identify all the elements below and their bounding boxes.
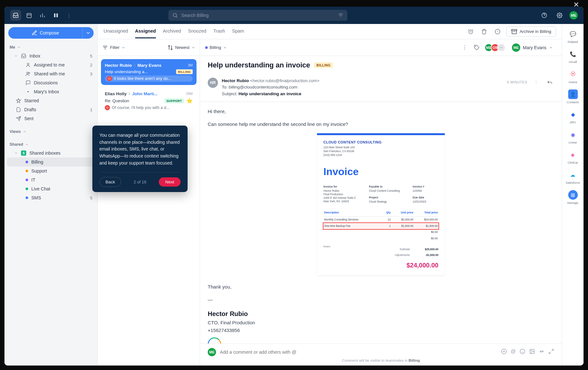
tab-trash[interactable]: Trash xyxy=(213,25,225,38)
svg-point-13 xyxy=(520,349,525,354)
user-avatar[interactable]: ME xyxy=(569,11,578,19)
svg-rect-2 xyxy=(57,13,58,17)
dot-icon xyxy=(26,179,28,181)
add-icon[interactable] xyxy=(501,349,507,356)
nav-overflow-icon[interactable]: ⋮ xyxy=(66,12,72,19)
section-me[interactable]: Me xyxy=(7,43,95,51)
sender-avatar: HR xyxy=(208,78,218,88)
search-filter-icon[interactable] xyxy=(338,12,344,19)
tab-archived[interactable]: Archived xyxy=(163,25,181,38)
comment-avatar: ME xyxy=(208,348,216,356)
sort-button[interactable]: Newest xyxy=(167,45,195,50)
emoji-icon[interactable] xyxy=(520,349,525,356)
sidebar-billing[interactable]: Billing xyxy=(7,158,95,166)
snooze-icon[interactable] xyxy=(466,27,475,36)
settings-icon[interactable] xyxy=(554,10,565,21)
message-title: Help understanding an invoice xyxy=(208,61,310,69)
sidebar-live-chat[interactable]: Live Chat xyxy=(7,184,95,193)
sidebar-starred[interactable]: Starred xyxy=(7,96,95,105)
preview-avatar: O xyxy=(107,76,112,81)
sidebar-inbox[interactable]: Inbox 5 xyxy=(7,51,95,60)
nav-calendar-icon[interactable] xyxy=(24,10,35,21)
expand-icon[interactable] xyxy=(548,349,554,356)
tour-back-button[interactable]: Back xyxy=(99,177,121,187)
sidebar-marys-inbox[interactable]: • Mary's Inbox xyxy=(7,87,95,96)
conversation-list: Hector Rubio › Mary Evans 3M Help unders… xyxy=(98,56,200,366)
inbox-icon xyxy=(21,53,26,58)
sidebar-sent[interactable]: Sent xyxy=(7,114,95,123)
tab-unassigned[interactable]: Unassigned xyxy=(104,25,128,38)
user-icon xyxy=(26,62,31,67)
sidebar-sms[interactable]: SMS 5 xyxy=(7,193,95,202)
arrow-icon: › xyxy=(128,91,130,96)
svg-point-5 xyxy=(559,15,561,16)
sidebar-shared-inboxes[interactable]: S Shared inboxes xyxy=(7,149,95,158)
section-shared[interactable]: Shared xyxy=(7,140,95,149)
nav-analytics-icon[interactable] xyxy=(37,10,48,21)
rail-asana[interactable]: ⦿Asana xyxy=(568,69,578,84)
rail-clickup[interactable]: ◈ClickUp xyxy=(568,150,578,164)
svg-point-11 xyxy=(476,46,476,47)
toolbar-strip: Filter Newest Billing xyxy=(98,39,562,56)
signature-logo xyxy=(208,337,221,343)
collapse-icon[interactable] xyxy=(539,349,545,356)
message-header: Help understanding an invoice BILLING xyxy=(200,56,562,73)
top-navbar: ⋮ ME xyxy=(4,7,584,24)
message-more-icon[interactable]: ⋮ xyxy=(532,78,541,87)
tour-progress: 2 of 16 xyxy=(121,179,159,185)
sidebar-support[interactable]: Support xyxy=(7,166,95,175)
dot-icon xyxy=(26,197,28,199)
conversation-item[interactable]: Hector Rubio › Mary Evans 3M Help unders… xyxy=(101,59,197,85)
rail-manage[interactable]: ⊞Manage xyxy=(567,190,578,204)
mention-icon[interactable]: @ xyxy=(511,349,516,356)
sidebar-shared-with-me[interactable]: Shared with me 3 xyxy=(7,69,95,78)
channel-selector[interactable]: Billing xyxy=(205,45,227,50)
more-icon[interactable]: ⋮ xyxy=(460,43,469,52)
search-input[interactable] xyxy=(168,10,347,21)
help-icon[interactable] xyxy=(539,10,550,21)
trash-icon[interactable] xyxy=(480,27,489,36)
left-sidebar: Compose Me Inbox 5 Assigned to me xyxy=(4,24,98,366)
participant-stack[interactable]: ME OS xyxy=(484,43,506,52)
channel-dot-icon xyxy=(205,46,208,49)
compose-dropdown[interactable] xyxy=(82,27,94,39)
tag-badge: BILLING xyxy=(314,62,333,68)
tab-spam[interactable]: Spam xyxy=(232,25,244,38)
conversation-item[interactable]: Elias Holly › John Marti... 28M Re: Ques… xyxy=(101,88,197,113)
tab-assigned[interactable]: Assigned xyxy=(135,25,156,38)
tag-icon[interactable] xyxy=(472,43,481,52)
svg-point-6 xyxy=(27,63,29,65)
section-views[interactable]: Views xyxy=(7,127,95,136)
assignee-selector[interactable]: ME Mary Evans xyxy=(509,42,556,53)
comment-input[interactable] xyxy=(220,347,497,357)
compose-button[interactable]: Compose xyxy=(8,27,82,39)
filter-button[interactable]: Filter xyxy=(102,45,125,50)
tab-snoozed[interactable]: Snoozed xyxy=(188,25,206,38)
star-icon: ⭐ xyxy=(186,98,193,104)
sidebar-discussions[interactable]: Discussions xyxy=(7,78,95,87)
rail-linear[interactable]: ◉Linear xyxy=(568,130,578,144)
dot-icon xyxy=(26,170,28,172)
search-icon xyxy=(172,12,178,19)
dot-icon xyxy=(26,188,28,190)
rail-contacts[interactable]: 👤Contacts xyxy=(567,89,579,104)
rail-jira[interactable]: ◆JIRA xyxy=(568,110,578,124)
tour-next-button[interactable]: Next xyxy=(159,177,181,187)
nav-layout-icon[interactable] xyxy=(50,10,61,21)
rail-aircall[interactable]: 📞Aircall xyxy=(568,49,578,64)
image-icon[interactable] xyxy=(529,349,535,356)
rail-salesforce[interactable]: ☁Salesforce xyxy=(566,170,580,184)
spam-icon[interactable] xyxy=(493,27,502,36)
integrations-rail: 💬Dialpad 📞Aircall ⦿Asana 👤Contacts ◆JIRA… xyxy=(562,24,584,366)
sidebar-drafts[interactable]: Drafts 1 xyxy=(7,105,95,114)
comment-visibility-note: Comment will be visible to teammates in … xyxy=(208,358,554,362)
invoice-attachment: CLOUD CONTENT CONSULTING 123 Main Street… xyxy=(317,133,445,275)
file-icon xyxy=(16,107,21,112)
comment-bar: ME @ xyxy=(200,343,562,366)
nav-inbox-icon[interactable] xyxy=(10,10,21,21)
sidebar-assigned-to-me[interactable]: Assigned to me 2 xyxy=(7,60,95,69)
sidebar-it[interactable]: IT xyxy=(7,175,95,184)
archive-button[interactable]: Archive in Billing xyxy=(507,27,556,37)
rail-dialpad[interactable]: 💬Dialpad xyxy=(568,29,578,43)
reply-icon[interactable] xyxy=(545,78,554,87)
